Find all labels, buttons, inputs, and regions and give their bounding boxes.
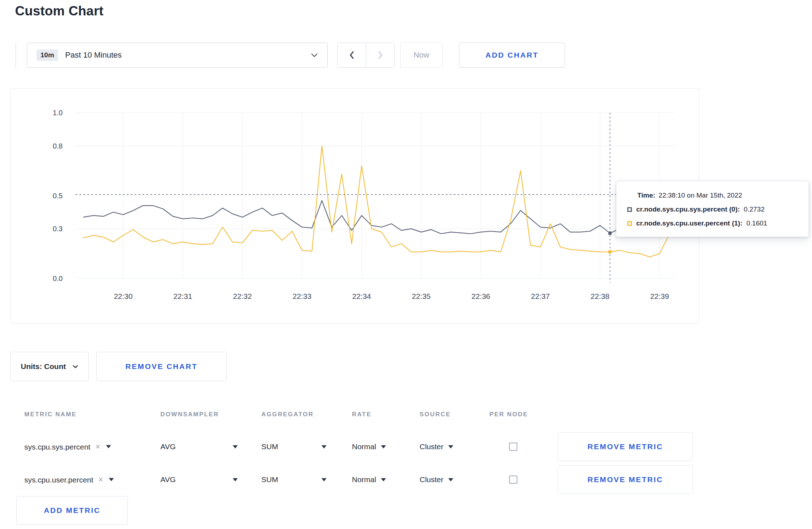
column-header-aggregator: AGGREGATOR <box>261 411 314 418</box>
caret-down-icon <box>322 445 327 448</box>
rate-value: Normal <box>352 475 376 484</box>
clear-icon[interactable]: × <box>98 475 103 485</box>
tooltip-series-row: cr.node.sys.cpu.sys.percent (0): 0.2732 <box>627 205 798 213</box>
metric-name-select[interactable]: sys.cpu.sys.percent × <box>24 442 111 452</box>
aggregator-value: SUM <box>261 475 278 484</box>
svg-text:0.8: 0.8 <box>53 142 63 150</box>
svg-text:22:38: 22:38 <box>591 292 610 300</box>
aggregator-value: SUM <box>261 442 278 451</box>
svg-text:0.5: 0.5 <box>53 192 63 200</box>
remove-metric-button[interactable]: REMOVE METRIC <box>558 432 693 461</box>
downsampler-value: AVG <box>160 442 176 451</box>
rate-select[interactable]: Normal <box>352 442 386 451</box>
svg-text:22:36: 22:36 <box>472 292 490 300</box>
metric-name-value: sys.cpu.sys.percent <box>24 442 90 451</box>
series-sys-swatch-icon <box>627 207 632 212</box>
tooltip-time-value: 22:38:10 on Mar 15th, 2022 <box>658 191 742 199</box>
remove-chart-button[interactable]: REMOVE CHART <box>96 352 227 381</box>
toolbar: 10m Past 10 Minutes Now ADD CHART <box>15 43 565 68</box>
page-title: Custom Chart <box>15 4 103 19</box>
svg-text:0.3: 0.3 <box>53 225 63 233</box>
aggregator-select[interactable]: SUM <box>261 442 327 451</box>
add-metric-button[interactable]: ADD METRIC <box>16 496 128 525</box>
tooltip-series-row: cr.node.sys.cpu.user.percent (1): 0.1601 <box>627 219 798 227</box>
downsampler-select[interactable]: AVG <box>160 442 238 451</box>
svg-text:22:39: 22:39 <box>650 292 669 300</box>
tooltip-series-label: cr.node.sys.cpu.user.percent (1): <box>636 219 743 227</box>
aggregator-select[interactable]: SUM <box>261 475 327 484</box>
rate-value: Normal <box>352 442 376 451</box>
column-header-rate: RATE <box>352 411 372 418</box>
svg-text:0.0: 0.0 <box>53 275 63 282</box>
chart-controls: Units: Count REMOVE CHART <box>10 352 227 381</box>
units-select[interactable]: Units: Count <box>10 352 89 381</box>
add-chart-button[interactable]: ADD CHART <box>459 43 565 68</box>
toolbar-divider <box>15 43 16 68</box>
svg-text:22:34: 22:34 <box>352 292 371 300</box>
rate-select[interactable]: Normal <box>352 475 386 484</box>
svg-text:22:32: 22:32 <box>233 292 252 300</box>
caret-down-icon <box>448 478 453 481</box>
chevron-left-icon <box>349 50 355 60</box>
caret-down-icon <box>381 445 386 448</box>
svg-text:22:31: 22:31 <box>173 292 192 300</box>
caret-down-icon <box>233 445 238 448</box>
metric-name-select[interactable]: sys.cpu.user.percent × <box>24 475 114 485</box>
time-range-badge: 10m <box>37 49 58 61</box>
column-header-per-node: PER NODE <box>489 411 528 418</box>
column-header-downsampler: DOWNSAMPLER <box>160 411 219 418</box>
tooltip-series-value: 0.2732 <box>744 205 764 213</box>
caret-down-icon <box>106 445 111 448</box>
chevron-right-icon <box>377 50 383 60</box>
caret-down-icon <box>322 478 327 481</box>
svg-text:22:37: 22:37 <box>531 292 550 300</box>
svg-text:1.0: 1.0 <box>53 109 63 117</box>
tooltip-time-label: Time: <box>637 191 655 199</box>
clear-icon[interactable]: × <box>95 442 100 452</box>
now-button[interactable]: Now <box>400 43 443 68</box>
time-range-select[interactable]: 10m Past 10 Minutes <box>27 43 328 68</box>
svg-text:22:30: 22:30 <box>114 292 133 300</box>
downsampler-select[interactable]: AVG <box>160 475 238 484</box>
caret-down-icon <box>233 478 238 481</box>
chevron-down-icon <box>311 53 318 57</box>
svg-text:22:33: 22:33 <box>293 292 311 300</box>
caret-down-icon <box>109 478 114 481</box>
source-value: Cluster <box>420 442 444 451</box>
tooltip-series-value: 0.1601 <box>746 219 767 227</box>
prev-range-button[interactable] <box>338 43 366 67</box>
time-nav-group <box>337 43 395 68</box>
remove-metric-button[interactable]: REMOVE METRIC <box>558 465 693 494</box>
svg-text:22:35: 22:35 <box>412 292 431 300</box>
next-range-button[interactable] <box>366 43 394 67</box>
per-node-checkbox[interactable] <box>509 476 517 484</box>
metric-row: sys.cpu.user.percent × AVG SUM Normal Cl… <box>10 463 699 496</box>
metric-name-value: sys.cpu.user.percent <box>24 475 93 484</box>
metric-row: sys.cpu.sys.percent × AVG SUM Normal Clu… <box>10 430 699 463</box>
metrics-table: METRIC NAME DOWNSAMPLER AGGREGATOR RATE … <box>10 399 699 496</box>
per-node-checkbox[interactable] <box>509 443 517 451</box>
metrics-table-header: METRIC NAME DOWNSAMPLER AGGREGATOR RATE … <box>10 399 699 430</box>
source-value: Cluster <box>420 475 444 484</box>
series-user-swatch-icon <box>627 221 632 226</box>
tooltip-time-row: Time:22:38:10 on Mar 15th, 2022 <box>627 191 798 199</box>
chart-card: 0.00.30.50.81.022:3022:3122:3222:3322:34… <box>10 88 699 324</box>
time-range-label: Past 10 Minutes <box>65 50 122 60</box>
time-series-chart[interactable]: 0.00.30.50.81.022:3022:3122:3222:3322:34… <box>11 88 699 323</box>
units-label: Units: Count <box>21 362 66 371</box>
source-select[interactable]: Cluster <box>420 475 453 484</box>
custom-chart-page: Custom Chart 10m Past 10 Minutes Now ADD… <box>0 0 812 529</box>
caret-down-icon <box>448 445 453 448</box>
chart-tooltip: Time:22:38:10 on Mar 15th, 2022 cr.node.… <box>616 181 809 237</box>
chevron-down-icon <box>72 365 78 368</box>
column-header-metric-name: METRIC NAME <box>24 411 77 418</box>
caret-down-icon <box>381 478 386 481</box>
downsampler-value: AVG <box>160 475 176 484</box>
source-select[interactable]: Cluster <box>420 442 453 451</box>
column-header-source: SOURCE <box>420 411 451 418</box>
tooltip-series-label: cr.node.sys.cpu.sys.percent (0): <box>636 205 740 213</box>
